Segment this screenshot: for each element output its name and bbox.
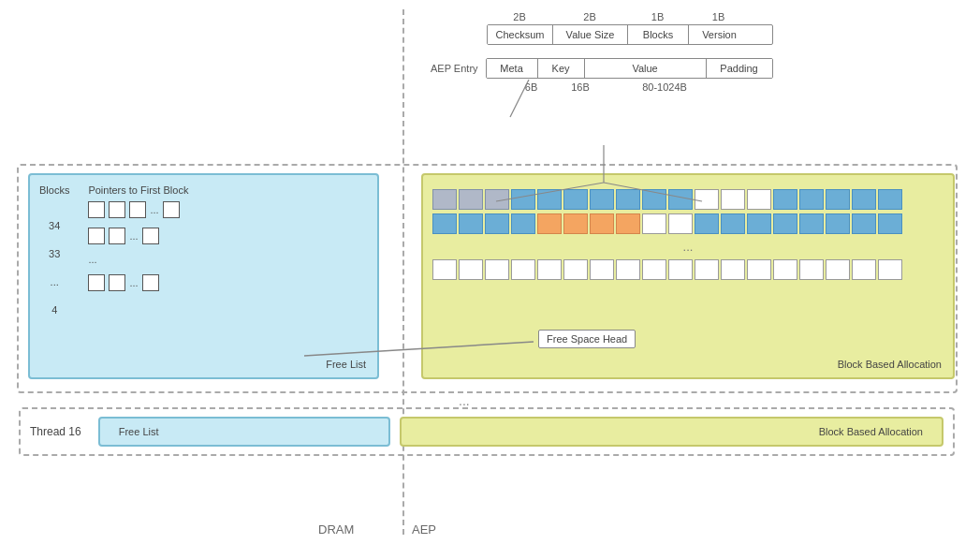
blocks-dots: ... <box>432 238 943 256</box>
block-cell <box>642 259 666 280</box>
ptr-box <box>129 201 146 218</box>
blocks-col-header: Blocks <box>39 184 69 196</box>
ptr-box <box>109 201 125 218</box>
ptr-dots: ... <box>150 204 158 215</box>
block-cell <box>485 259 509 280</box>
thread16-freelist: Free List <box>98 417 390 447</box>
pointer-row-4: ... <box>88 274 188 291</box>
block-cell <box>537 189 562 210</box>
ptr-box <box>88 274 105 291</box>
pointer-row-dots: ... <box>88 254 188 265</box>
thread16-blockalloc: Block Based Allocation <box>400 417 943 447</box>
pointer-row-33: ... <box>88 228 188 244</box>
meta-box: Meta <box>487 59 538 78</box>
block-cell <box>432 213 457 234</box>
ptr-dots: ... <box>129 230 138 242</box>
ptr-box <box>142 228 159 244</box>
free-list-title: Free List <box>326 359 366 370</box>
thread16-label: Thread 16 <box>30 425 81 438</box>
key-size: 16B <box>557 81 604 93</box>
pointers-col-header: Pointers to First Block <box>88 184 188 196</box>
block-cell <box>852 259 876 280</box>
block-cell <box>459 189 483 210</box>
block-cell <box>747 213 771 234</box>
ptr-dots: ... <box>88 254 96 265</box>
block-cell <box>563 189 588 210</box>
blocks-row-2 <box>432 213 943 234</box>
dram-label: DRAM <box>318 522 354 537</box>
block-cell <box>642 189 666 210</box>
free-space-head-label: Free Space Head <box>538 330 636 348</box>
block-cell <box>773 259 797 280</box>
block-cell <box>878 259 902 280</box>
blocks-row-1 <box>432 189 943 210</box>
block-cell <box>747 189 771 210</box>
valuesize-box: Value Size <box>553 25 628 44</box>
block-cell <box>695 189 719 210</box>
block-cell <box>826 259 850 280</box>
ptr-box <box>163 201 180 218</box>
block-cell <box>459 259 483 280</box>
checksum-box: Checksum <box>488 25 553 44</box>
valuesize-size: 2B <box>552 11 627 22</box>
block-cell <box>590 259 614 280</box>
ptr-box <box>109 274 125 291</box>
free-list-box: Blocks 34 33 ... 4 Pointers to First Blo… <box>28 173 379 379</box>
block-num-dots: ... <box>51 272 59 291</box>
version-size: 1B <box>688 11 749 22</box>
aep-entry-row: AEP Entry Meta Key Value Padding <box>431 58 773 79</box>
block-cell <box>695 259 719 280</box>
block-cell <box>773 213 797 234</box>
padding-box: Padding <box>707 59 772 78</box>
block-alloc-label: Block Based Allocation <box>838 359 942 370</box>
block-cell <box>721 189 745 210</box>
block-cell <box>642 213 666 234</box>
block-cell <box>695 213 719 234</box>
block-cell <box>799 259 824 280</box>
block-cell <box>511 189 535 210</box>
block-cell <box>668 213 693 234</box>
ptr-box <box>88 201 105 218</box>
block-cell <box>668 259 693 280</box>
checksum-row-boxes: Checksum Value Size Blocks Version <box>487 24 773 45</box>
block-cell <box>616 189 640 210</box>
block-cell <box>485 189 509 210</box>
block-cell <box>799 213 824 234</box>
ptr-box <box>109 228 125 244</box>
block-cell <box>852 189 876 210</box>
meta-size: 6B <box>505 81 557 93</box>
ptr-box <box>142 274 159 291</box>
value-size-range: 80-1024B <box>604 81 725 93</box>
thread16-outer: Thread 16 Free List Block Based Allocati… <box>19 407 955 456</box>
pointer-row-34: ... <box>88 201 188 218</box>
block-cell <box>721 213 745 234</box>
block-cell <box>563 259 588 280</box>
checksum-size-row: 2B 2B 1B 1B <box>431 11 773 22</box>
block-alloc-box: ... Bloc <box>421 173 955 379</box>
aep-structure: 2B 2B 1B 1B Checksum Value Size Blocks V… <box>431 11 773 93</box>
block-cell <box>485 213 509 234</box>
aep-entry-boxes: Meta Key Value Padding <box>486 58 773 79</box>
block-cell <box>668 189 693 210</box>
block-cell <box>616 259 640 280</box>
blocks-grid: ... <box>432 189 943 280</box>
block-cell <box>590 189 614 210</box>
block-cell <box>616 213 640 234</box>
block-cell <box>511 259 535 280</box>
aep-label: AEP <box>412 522 436 537</box>
ptr-box <box>88 228 105 244</box>
version-box: Version <box>689 25 750 44</box>
block-cell <box>747 259 771 280</box>
block-cell <box>878 189 902 210</box>
blocks-col: 34 33 ... 4 <box>39 216 69 319</box>
key-box: Key <box>538 59 585 78</box>
block-cell <box>773 189 797 210</box>
thread16-freelist-label: Free List <box>119 426 159 437</box>
aep-entry-sizes: 6B 16B 80-1024B <box>505 81 773 93</box>
block-cell <box>563 213 588 234</box>
block-cell <box>826 189 850 210</box>
block-cell <box>590 213 614 234</box>
block-cell <box>459 213 483 234</box>
block-cell <box>878 213 902 234</box>
blocks-size: 1B <box>627 11 688 22</box>
